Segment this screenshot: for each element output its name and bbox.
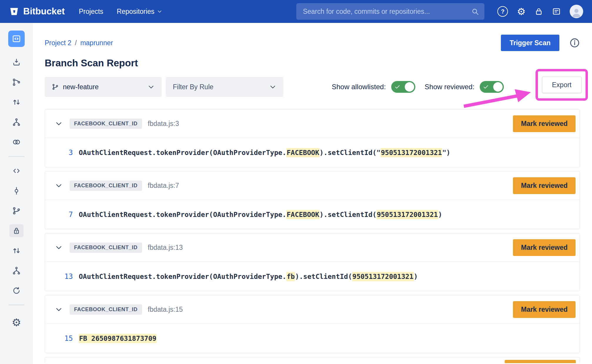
findings-list: FACEBOOK_CLIENT_ID fbdata.js:3 Mark revi… xyxy=(45,109,580,353)
finding-location: fbdata.js:13 xyxy=(148,244,183,252)
navbar-actions: ? ⚙ xyxy=(497,5,583,18)
collapse-chevron-icon[interactable] xyxy=(55,182,63,189)
avatar-person-icon xyxy=(571,6,582,18)
page-title: Branch Scan Report xyxy=(45,58,580,69)
rule-badge: FACEBOOK_CLIENT_ID xyxy=(70,119,142,129)
left-sidebar: ⚙ xyxy=(0,23,33,364)
mark-reviewed-button[interactable]: Mark reviewed xyxy=(513,239,576,256)
rule-badge: FACEBOOK_CLIENT_ID xyxy=(70,181,142,191)
collapse-chevron-icon[interactable] xyxy=(55,244,63,251)
finding-card-header: FACEBOOK_CLIENT_ID fbdata.js:7 Mark revi… xyxy=(45,171,580,200)
help-icon[interactable]: ? xyxy=(497,6,508,17)
code-line: FB 2650987631873709 xyxy=(79,335,157,342)
finding-code-row: 13 OAuthClientRequest.tokenProvider(OAut… xyxy=(45,262,580,291)
avatar[interactable] xyxy=(570,5,583,18)
gear-icon[interactable]: ⚙ xyxy=(517,7,526,16)
rule-filter-dropdown[interactable]: Filter By Rule xyxy=(166,77,283,97)
breadcrumb-separator: / xyxy=(75,39,77,47)
top-navbar: Bitbucket Projects Repositories ? ⚙ xyxy=(0,0,592,23)
breadcrumb-repo-link[interactable]: maprunner xyxy=(80,39,113,47)
workspace-icon[interactable] xyxy=(8,31,25,47)
branch-selector-value: new-feature xyxy=(63,83,98,91)
show-reviewed-toggle[interactable] xyxy=(480,81,504,93)
deployments-icon[interactable] xyxy=(9,56,24,69)
code-line: OAuthClientRequest.tokenProvider(OAuthPr… xyxy=(79,273,418,280)
sidebar-divider xyxy=(9,305,24,305)
rule-badge: FACEBOOK_CLIENT_ID xyxy=(70,304,142,315)
finding-card: FACEBOOK_CLIENT_ID fbdata.js:3 Mark revi… xyxy=(45,109,580,167)
line-number: 13 xyxy=(45,272,73,281)
branches-icon[interactable] xyxy=(9,204,24,217)
show-allowlisted-label: Show allowlisted: xyxy=(332,83,386,91)
collapse-chevron-icon[interactable] xyxy=(55,120,63,127)
info-icon[interactable] xyxy=(569,38,580,48)
filter-row: new-feature Filter By Rule Show allowlis… xyxy=(45,77,580,97)
show-reviewed-label: Show reviewed: xyxy=(425,83,474,91)
finding-location: fbdata.js:15 xyxy=(148,306,183,314)
repo-window-icon xyxy=(12,34,21,43)
forks-icon[interactable] xyxy=(9,264,24,277)
search-input[interactable] xyxy=(303,8,471,16)
menu-projects-label: Projects xyxy=(79,8,103,16)
code-line: OAuthClientRequest.tokenProvider(OAuthPr… xyxy=(79,211,442,218)
show-allowlisted-toggle[interactable] xyxy=(391,81,415,93)
chevron-down-icon xyxy=(148,83,155,90)
menu-projects[interactable]: Projects xyxy=(79,8,103,16)
mark-reviewed-button[interactable]: Mark reviewed xyxy=(513,115,576,132)
rule-filter-value: Filter By Rule xyxy=(173,83,213,91)
export-button[interactable]: Export xyxy=(542,77,581,93)
branch-selector-dropdown[interactable]: new-feature xyxy=(45,77,162,97)
menu-repositories[interactable]: Repositories xyxy=(117,8,162,16)
bitbucket-logo-icon xyxy=(9,6,19,17)
check-icon xyxy=(483,84,489,90)
finding-card: FACEBOOK_CLIENT_ID fbdata.js:7 Mark revi… xyxy=(45,171,580,229)
rule-badge: FACEBOOK_CLIENT_ID xyxy=(70,242,142,253)
pull-requests-icon[interactable] xyxy=(9,96,24,109)
finding-card-header: FACEBOOK_CLIENT_ID fbdata.js:13 Mark rev… xyxy=(45,233,580,262)
finding-code-row: 15 FB 2650987631873709 xyxy=(45,323,580,353)
finding-code-row: 7 OAuthClientRequest.tokenProvider(OAuth… xyxy=(45,200,580,229)
toggle-group: Show allowlisted: Show reviewed: xyxy=(332,81,508,93)
line-number: 3 xyxy=(45,149,73,157)
breadcrumb-project-link[interactable]: Project 2 xyxy=(45,39,71,47)
commits-icon[interactable] xyxy=(9,184,24,197)
mark-reviewed-button[interactable]: Mark reviewed xyxy=(505,360,576,363)
brand-label: Bitbucket xyxy=(23,6,65,17)
menu-repositories-label: Repositories xyxy=(117,8,154,16)
finding-location: fbdata.js:3 xyxy=(148,120,179,128)
mark-reviewed-button[interactable]: Mark reviewed xyxy=(513,177,576,194)
mark-reviewed-button[interactable]: Mark reviewed xyxy=(513,301,576,318)
branch-icon xyxy=(52,83,59,90)
main-content: Project 2 / maprunner Trigger Scan Branc… xyxy=(33,23,592,364)
finding-card: FACEBOOK_CLIENT_ID fbdata.js:13 Mark rev… xyxy=(45,233,580,291)
lock-icon[interactable] xyxy=(534,7,543,16)
finding-card: FACEBOOK_CLIENT_ID fbdata.js:15 Mark rev… xyxy=(45,295,580,353)
collapse-chevron-icon[interactable] xyxy=(55,306,63,313)
check-icon xyxy=(394,84,400,90)
finding-card-header: FACEBOOK_CLIENT_ID fbdata.js:3 Mark revi… xyxy=(45,109,580,138)
sidebar-divider xyxy=(9,156,24,157)
search-icon[interactable] xyxy=(471,8,479,16)
line-number: 7 xyxy=(45,210,73,219)
trigger-scan-button[interactable]: Trigger Scan xyxy=(501,35,559,51)
forks-icon[interactable] xyxy=(9,116,24,129)
source-icon[interactable] xyxy=(9,164,24,177)
toggle-knob xyxy=(493,82,503,92)
graph-icon[interactable] xyxy=(9,76,24,89)
bitbucket-brand[interactable]: Bitbucket xyxy=(9,6,65,17)
main-menu: Projects Repositories xyxy=(79,8,162,16)
finding-card-header: FACEBOOK_CLIENT_ID fbdata.js:15 Mark rev… xyxy=(45,295,580,323)
sync-icon[interactable] xyxy=(9,284,24,297)
pull-requests-icon[interactable] xyxy=(9,244,24,257)
toggle-knob xyxy=(405,82,414,92)
feedback-icon[interactable] xyxy=(552,7,561,16)
chevron-down-icon xyxy=(269,83,276,90)
line-number: 15 xyxy=(45,334,73,343)
chevron-down-icon xyxy=(157,9,162,14)
settings-icon[interactable]: ⚙ xyxy=(12,316,21,329)
global-search[interactable] xyxy=(296,3,484,20)
code-line: OAuthClientRequest.tokenProvider(OAuthPr… xyxy=(79,149,450,156)
security-icon[interactable] xyxy=(9,224,24,237)
finding-card-partial: Mark reviewed xyxy=(45,357,580,363)
pipelines-icon[interactable] xyxy=(9,136,24,149)
